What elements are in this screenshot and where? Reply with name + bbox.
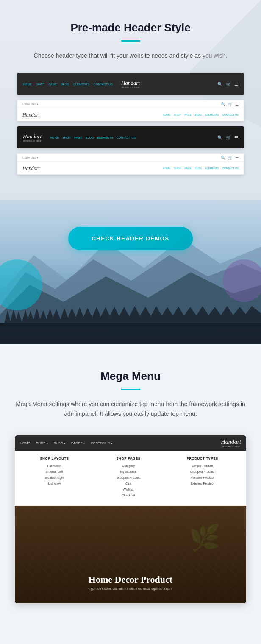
preview-3-icons: 🔍 🛒 ☰: [217, 135, 238, 140]
dropdown-col-products: PRODUCT TYPES Simple Product Grouped Pro…: [165, 457, 239, 499]
nav-home: HOME: [163, 114, 170, 116]
nav-page: PAGE: [184, 114, 191, 116]
dropdown-col-layouts: SHOP LAYOUTS Full Width Sidebar Left Sid…: [22, 457, 92, 499]
mega-nav-portfolio: PORTFOLIO ▾: [91, 441, 112, 445]
nav-contact: CONTACT US: [222, 167, 239, 170]
section1-subtitle: Choose header type that will fit your we…: [13, 51, 248, 60]
search-icon: 🔍: [217, 135, 222, 140]
nav-shop: SHOP: [174, 167, 181, 170]
search-icon: 🔍: [221, 156, 225, 160]
preview-dark-1: HOME SHOP PAGE BLOG ELEMENTS CONTACT US …: [17, 73, 244, 95]
page-category: Category: [96, 464, 161, 468]
mega-menu-section: Mega Menu Mega Menu settings where you c…: [0, 344, 261, 616]
preview-white-1: USD ▾ ENG ▾ 🔍 🛒 ☰ Handart HOME SHOP PAGE…: [17, 100, 244, 121]
nav-home: HOME: [23, 83, 32, 86]
preview-4-top-left: USD ▾ ENG ▾: [22, 156, 38, 159]
nav-page: PAGE: [74, 136, 82, 139]
layout-list-view: List View: [22, 482, 87, 485]
preview-4-nav: HOME SHOP PAGE BLOG ELEMENTS CONTACT US: [163, 167, 239, 170]
col-pages-title: SHOP PAGES: [96, 457, 161, 460]
nav-home: HOME: [163, 167, 170, 170]
search-icon: 🔍: [221, 102, 225, 106]
nav-shop: SHOP: [174, 114, 181, 116]
section2-title: Mega Menu: [13, 370, 248, 383]
title-underline: [121, 40, 140, 42]
cart-icon: 🛒: [228, 156, 233, 160]
blog-arrow-icon: ▾: [64, 442, 65, 445]
header-preview-1[interactable]: HOME SHOP PAGE BLOG ELEMENTS CONTACT US …: [17, 73, 244, 95]
preview-2-logo: Handart: [22, 112, 40, 118]
preview-3-logo: Handart HANDMADE SHOP: [23, 133, 42, 142]
product-grouped: Grouped Product: [169, 470, 235, 474]
hero-scene: CHECK HEADER DEMOS: [0, 200, 261, 344]
preview-2-bottom: Handart HOME SHOP PAGE BLOG ELEMENTS CON…: [17, 108, 244, 121]
nav-contact: CONTACT US: [117, 136, 136, 139]
nav-elements: ELEMENTS: [205, 167, 219, 170]
preview-2-icons: 🔍 🛒 ☰: [221, 102, 239, 106]
header-preview-4[interactable]: USD ▾ ENG ▾ 🔍 🛒 ☰ Handart HOME SHOP PAGE…: [17, 153, 244, 175]
product-external: External Product: [169, 482, 235, 485]
section2-subtitle: Mega Menu settings where you can customi…: [13, 399, 248, 418]
preview-2-nav: HOME SHOP PAGE BLOG ELEMENTS CONTACT US: [163, 114, 239, 116]
col-layouts-title: SHOP LAYOUTS: [22, 457, 87, 460]
cart-icon: 🛒: [226, 135, 231, 140]
preview-4-icons: 🔍 🛒 ☰: [221, 156, 239, 160]
page-cart: Cart: [96, 482, 161, 485]
layout-sidebar-right: Sidebar Right: [22, 476, 87, 480]
preview-2-top: USD ▾ ENG ▾ 🔍 🛒 ☰: [17, 100, 244, 108]
check-header-demos-button[interactable]: CHECK HEADER DEMOS: [68, 227, 192, 250]
header-preview-3[interactable]: Handart HANDMADE SHOP HOME SHOP PAGE BLO…: [17, 126, 244, 148]
menu-icon: ☰: [235, 156, 239, 160]
header-styles-section: Pre-made Header Style Choose header type…: [0, 0, 261, 200]
nav-blog: BLOG: [61, 83, 69, 86]
nav-contact: CONTACT US: [222, 114, 239, 116]
preview-1-nav: HOME SHOP PAGE BLOG ELEMENTS CONTACT US: [23, 83, 113, 86]
search-icon: 🔍: [217, 82, 222, 86]
preview-4-top: USD ▾ ENG ▾ 🔍 🛒 ☰: [17, 154, 244, 162]
menu-icon: ☰: [235, 102, 239, 106]
hero-product-sub: Typi non habent claritatem insitam est u…: [89, 587, 172, 591]
nav-elements: ELEMENTS: [97, 136, 113, 139]
mega-menu-preview: HOME SHOP ▾ BLOG ▾ PAGES ▾ PORTFOLIO ▾ H…: [15, 435, 246, 603]
product-variable: Variable Product: [169, 476, 235, 480]
nav-contact: CONTACT US: [94, 83, 113, 86]
preview-3-logo-sub: HANDMADE SHOP: [23, 140, 42, 142]
preview-4-logo: Handart: [22, 165, 40, 172]
nav-elements: ELEMENTS: [205, 114, 219, 116]
preview-2-top-left: USD ▾ ENG ▾: [22, 103, 38, 106]
preview-1-logo-sub: HANDMADE SHOP: [121, 86, 140, 89]
layout-full-width: Full Width: [22, 464, 87, 468]
mega-nav-shop: SHOP ▾: [36, 441, 48, 445]
nav-shop: SHOP: [62, 136, 71, 139]
mega-nav-home: HOME: [20, 441, 30, 445]
mega-hero-bg: 🌿 Home Decor Product Typi non habent cla…: [15, 506, 246, 603]
nav-elements: ELEMENTS: [73, 83, 89, 86]
dropdown-col-pages: SHOP PAGES Category My account Grouped P…: [92, 457, 166, 499]
svg-rect-32: [0, 323, 261, 344]
header-previews: HOME SHOP PAGE BLOG ELEMENTS CONTACT US …: [17, 73, 244, 175]
cart-icon: 🛒: [226, 82, 231, 86]
page-checkout: Checkout: [96, 493, 161, 497]
preview-1-logo: Handart HANDMADE SHOP: [121, 80, 140, 89]
preview-white-2: USD ▾ ENG ▾ 🔍 🛒 ☰ Handart HOME SHOP PAGE…: [17, 153, 244, 175]
layout-sidebar-left: Sidebar Left: [22, 470, 87, 474]
portfolio-arrow-icon: ▾: [111, 442, 112, 445]
mega-logo-sub: HANDMADE SHOP: [221, 446, 241, 448]
hero-product-title: Home Decor Product: [89, 574, 172, 585]
cart-icon: 🛒: [228, 102, 233, 106]
shop-arrow-icon: ▾: [47, 442, 48, 445]
mega-nav-bar: HOME SHOP ▾ BLOG ▾ PAGES ▾ PORTFOLIO ▾ H…: [15, 435, 246, 451]
preview-1-icons: 🔍 🛒 ☰: [217, 82, 238, 86]
preview-dark-2: Handart HANDMADE SHOP HOME SHOP PAGE BLO…: [17, 126, 244, 148]
mega-title-underline: [121, 389, 140, 390]
page-myaccount: My account: [96, 470, 161, 474]
nav-blog: BLOG: [195, 167, 202, 170]
nav-blog: BLOG: [195, 114, 202, 116]
header-preview-2[interactable]: USD ▾ ENG ▾ 🔍 🛒 ☰ Handart HOME SHOP PAGE…: [17, 100, 244, 121]
mega-dropdown: SHOP LAYOUTS Full Width Sidebar Left Sid…: [15, 451, 246, 506]
section1-title: Pre-made Header Style: [13, 21, 248, 34]
menu-icon: ☰: [234, 135, 238, 140]
hero-leaf-icon: 🌿: [189, 523, 221, 553]
preview-3-nav: HOME SHOP PAGE BLOG ELEMENTS CONTACT US: [50, 136, 136, 139]
pages-arrow-icon: ▾: [83, 442, 85, 445]
